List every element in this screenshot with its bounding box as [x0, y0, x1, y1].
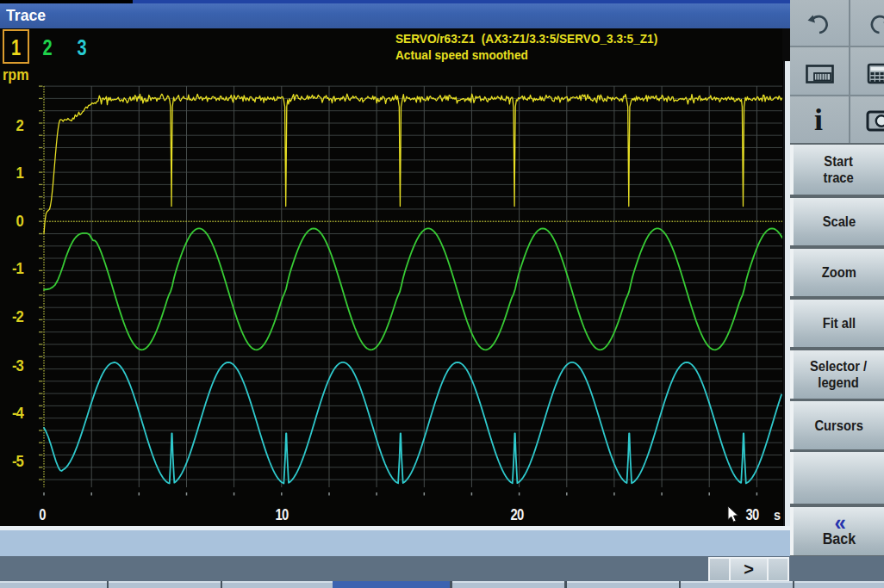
svg-text:i: i: [814, 102, 823, 137]
svg-text:-3: -3: [12, 356, 24, 374]
svg-text:-5: -5: [12, 453, 24, 471]
svg-text:1: 1: [16, 164, 24, 182]
svg-text:30: 30: [746, 505, 759, 523]
svg-text:10: 10: [276, 505, 289, 523]
svg-text:0: 0: [16, 213, 24, 231]
svg-text:20: 20: [511, 505, 524, 523]
svg-text:-2: -2: [12, 308, 24, 326]
svg-text:-1: -1: [12, 259, 24, 277]
svg-text:0: 0: [39, 505, 46, 523]
svg-text:s: s: [774, 507, 781, 523]
svg-text:-4: -4: [12, 405, 24, 423]
svg-text:2: 2: [16, 117, 24, 135]
